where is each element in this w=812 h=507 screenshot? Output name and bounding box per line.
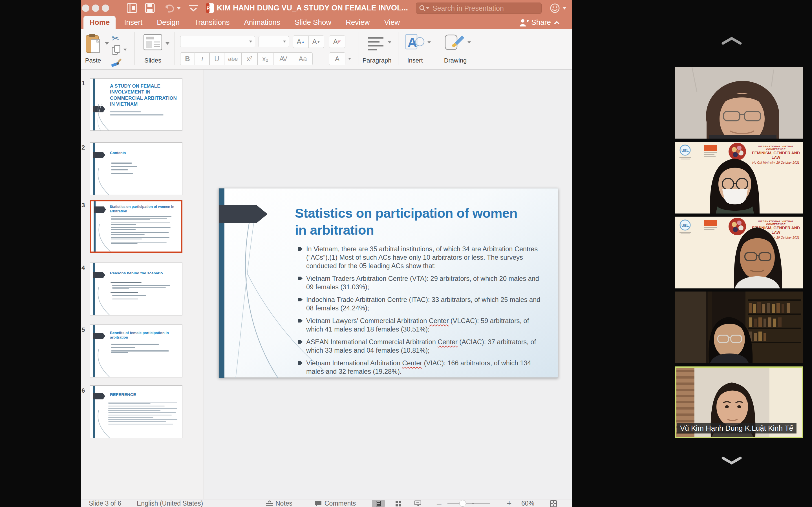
thumbnail-slide-6[interactable]: REFERENCE [90, 385, 183, 438]
superscript-button[interactable]: x² [242, 52, 257, 65]
undo-icon[interactable] [164, 4, 175, 13]
tab-slide-show[interactable]: Slide Show [289, 16, 337, 29]
thumb-text-line [108, 406, 165, 406]
search-input[interactable]: Search in Presentation [416, 3, 542, 14]
titlebar-divider [124, 3, 124, 13]
insert-dropdown-caret[interactable] [427, 41, 431, 44]
ribbon: Paste ✂ Slides [81, 29, 572, 69]
smiley-dropdown-caret[interactable] [562, 7, 566, 10]
thumbnail-slide-1[interactable]: A STUDY ON FEMALE INVOLVEMENT IN COMMERC… [90, 78, 183, 131]
save-icon[interactable] [145, 3, 155, 13]
slide-canvas[interactable]: Statistics on participation of women in … [218, 188, 558, 378]
thumb-text-line [112, 285, 170, 286]
participants-scroll-down-icon[interactable] [721, 456, 742, 465]
thumbnail-slide-4[interactable]: Reasons behind the scenario [90, 263, 183, 316]
tab-design[interactable]: Design [151, 16, 186, 29]
undo-dropdown-caret[interactable] [177, 7, 181, 10]
drawing-icon[interactable] [445, 34, 465, 52]
subscript-button[interactable]: x₂ [257, 52, 273, 65]
video-tile-participant-4[interactable] [675, 291, 803, 363]
minimize-window-button[interactable] [92, 4, 99, 12]
slideshow-view-button[interactable] [411, 500, 424, 507]
notes-toggle[interactable]: Notes [275, 500, 292, 507]
slide-title-textbox[interactable]: Statistics on participation of women in … [295, 205, 532, 238]
normal-view-button[interactable] [372, 500, 385, 507]
slide-indicator: Slide 3 of 6 [89, 500, 121, 507]
italic-button[interactable]: I [195, 52, 209, 65]
thumbnail-number: 3 [82, 202, 88, 209]
paragraph-dropdown-caret[interactable] [388, 41, 391, 44]
format-painter-icon[interactable] [111, 57, 121, 67]
thumb-title: Contents [110, 151, 166, 155]
tab-insert[interactable]: Insert [118, 16, 148, 29]
thumb-text-line [108, 402, 177, 402]
strikethrough-button[interactable]: abc [224, 52, 242, 65]
character-spacing-button[interactable]: AV [273, 52, 293, 65]
decrease-font-size-button[interactable]: A▼ [308, 36, 324, 48]
bullet-item: Indochina Trade Arbitration Centre (ITAC… [298, 295, 546, 313]
thumb-arrow-shape [93, 152, 105, 158]
slide-sorter-view-button[interactable] [392, 500, 405, 507]
video-tile-participant-3[interactable]: UEL INTERNATIONAL VIRTUAL CONFERENCE FEM… [675, 217, 803, 288]
paste-dropdown-caret[interactable] [105, 42, 109, 45]
font-size-combo[interactable] [259, 36, 289, 47]
toggle-sidebar-icon[interactable] [127, 3, 137, 13]
zoom-in-button[interactable]: + [507, 499, 512, 507]
zoom-out-button[interactable]: – [437, 499, 442, 507]
increase-font-size-button[interactable]: A▲ [293, 36, 309, 48]
bullet-item: ASEAN International Commercial Arbitrati… [298, 338, 546, 355]
zoom-window-button[interactable] [102, 4, 109, 12]
participants-scroll-up-icon[interactable] [721, 37, 742, 45]
bullet-item: Vietnam International Arbitration Center… [298, 359, 546, 376]
bullet-marker-icon [298, 319, 303, 323]
copy-icon[interactable] [112, 45, 120, 55]
zoom-slider-thumb[interactable] [459, 500, 466, 507]
tab-animations[interactable]: Animations [238, 16, 286, 29]
cut-icon[interactable]: ✂ [111, 33, 119, 44]
drawing-dropdown-caret[interactable] [467, 41, 471, 44]
zoom-slider-track[interactable] [448, 503, 490, 504]
bullet-marker-icon [298, 298, 303, 301]
tab-view[interactable]: View [378, 16, 406, 29]
ribbon-divider [174, 32, 175, 65]
thumbnail-slide-2[interactable]: Contents [90, 142, 183, 195]
underline-button[interactable]: U [209, 52, 224, 65]
tab-transitions[interactable]: Transitions [188, 16, 236, 29]
paragraph-icon[interactable] [367, 36, 385, 51]
share-button[interactable]: Share [519, 16, 560, 29]
change-case-button[interactable]: Aa [293, 52, 313, 65]
close-window-button[interactable] [82, 4, 89, 12]
thumbnail-slide-3-selected[interactable]: Statistics on participation of women in … [90, 200, 183, 253]
copy-dropdown-caret[interactable] [123, 49, 127, 51]
insert-text-icon[interactable]: A [405, 34, 425, 52]
tab-home[interactable]: Home [84, 16, 116, 29]
feedback-smiley-icon[interactable] [550, 3, 560, 13]
thumb-arrow-shape [94, 207, 106, 213]
font-name-combo[interactable] [180, 36, 255, 47]
bold-button[interactable]: B [180, 52, 195, 65]
slideshow-icon [414, 501, 421, 506]
video-tile-participant-2[interactable]: UEL INTERNATIONAL VIRTUAL CONFERENCE FEM… [675, 142, 803, 214]
clear-formatting-button[interactable]: A◤ [329, 36, 345, 48]
zoom-detent-dot [472, 503, 474, 504]
search-scope-caret[interactable] [426, 7, 429, 9]
language-indicator[interactable]: English (United States) [137, 500, 203, 507]
new-slide-icon[interactable] [144, 34, 162, 52]
paste-icon[interactable] [85, 34, 102, 54]
ribbon-divider [359, 32, 359, 65]
quick-actions-icon[interactable] [189, 4, 198, 12]
insert-label: Insert [403, 57, 427, 64]
drawing-label: Drawing [442, 57, 468, 64]
font-color-caret[interactable] [348, 58, 351, 60]
slides-dropdown-caret[interactable] [165, 42, 169, 45]
font-color-button[interactable]: A [329, 52, 345, 65]
bullet-marker-icon [298, 247, 303, 251]
fit-slide-to-window-icon[interactable] [550, 500, 557, 507]
comments-toggle[interactable]: Comments [324, 500, 356, 507]
slide-body-textbox[interactable]: In Vietnam, there are 35 arbitral instit… [298, 245, 546, 376]
video-tile-participant-1[interactable] [675, 67, 803, 138]
thumbnail-slide-5[interactable]: Benefits of female participation in arbi… [90, 325, 183, 378]
tab-review[interactable]: Review [340, 16, 375, 29]
thumbnail-number: 6 [82, 387, 88, 394]
share-person-icon [519, 18, 529, 26]
